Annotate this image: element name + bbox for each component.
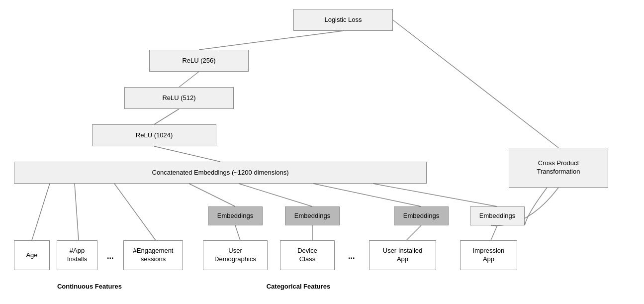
dots2: ... bbox=[348, 252, 355, 261]
svg-line-7 bbox=[114, 184, 156, 240]
impression-app-node: ImpressionApp bbox=[460, 240, 517, 270]
relu256-label: ReLU (256) bbox=[182, 57, 215, 65]
dots1: ... bbox=[107, 252, 113, 261]
continuous-features-label: Continuous Features bbox=[30, 283, 149, 290]
svg-line-3 bbox=[154, 109, 179, 124]
cat-label-text: Categorical Features bbox=[267, 283, 331, 290]
svg-line-2 bbox=[179, 72, 199, 87]
app-installs-node: #AppInstalls bbox=[57, 240, 97, 270]
engagement-label: #Engagementsessions bbox=[133, 247, 174, 264]
logistic-loss-node: Logistic Loss bbox=[293, 9, 393, 31]
emb-user-demo-label: Embeddings bbox=[217, 212, 253, 220]
user-demographics-node: UserDemographics bbox=[203, 240, 268, 270]
svg-line-8 bbox=[189, 184, 235, 206]
user-installed-app-node: User InstalledApp bbox=[369, 240, 436, 270]
svg-line-4 bbox=[154, 146, 220, 162]
relu512-label: ReLU (512) bbox=[162, 94, 195, 102]
emb-device-node: Embeddings bbox=[285, 206, 340, 225]
concat-label: Concatenated Embeddings (~1200 dimension… bbox=[152, 169, 289, 177]
svg-line-14 bbox=[406, 225, 421, 240]
emb-user-demo-node: Embeddings bbox=[208, 206, 263, 225]
svg-line-9 bbox=[239, 184, 312, 206]
age-node: Age bbox=[14, 240, 50, 270]
user-installed-app-label: User InstalledApp bbox=[383, 247, 422, 264]
user-demographics-label: UserDemographics bbox=[214, 247, 256, 264]
device-class-label: DeviceClass bbox=[297, 247, 317, 264]
device-class-node: DeviceClass bbox=[280, 240, 335, 270]
svg-line-10 bbox=[313, 184, 421, 206]
cont-label-text: Continuous Features bbox=[57, 283, 122, 290]
impression-app-label: ImpressionApp bbox=[473, 247, 505, 264]
relu1024-label: ReLU (1024) bbox=[136, 131, 173, 140]
svg-line-5 bbox=[32, 184, 50, 240]
svg-line-6 bbox=[75, 184, 79, 240]
app-installs-label: #AppInstalls bbox=[67, 247, 87, 264]
cross-product-node: Cross ProductTransformation bbox=[509, 148, 608, 188]
svg-line-1 bbox=[393, 20, 558, 148]
categorical-features-label: Categorical Features bbox=[239, 283, 358, 290]
relu512-node: ReLU (512) bbox=[124, 87, 234, 109]
concat-embeddings-node: Concatenated Embeddings (~1200 dimension… bbox=[14, 162, 427, 184]
relu256-node: ReLU (256) bbox=[149, 50, 249, 72]
relu1024-node: ReLU (1024) bbox=[92, 124, 216, 146]
emb-impression-node: Embeddings bbox=[470, 206, 525, 225]
emb-device-label: Embeddings bbox=[294, 212, 330, 220]
emb-user-inst-node: Embeddings bbox=[394, 206, 449, 225]
svg-line-15 bbox=[491, 225, 497, 240]
emb-user-inst-label: Embeddings bbox=[403, 212, 439, 220]
svg-line-0 bbox=[199, 31, 343, 50]
engagement-node: #Engagementsessions bbox=[123, 240, 183, 270]
cross-product-label: Cross ProductTransformation bbox=[537, 159, 580, 176]
age-label: Age bbox=[26, 251, 37, 260]
svg-line-12 bbox=[235, 225, 240, 240]
emb-impression-label: Embeddings bbox=[479, 212, 515, 220]
diagram: Logistic Loss ReLU (256) ReLU (512) ReLU… bbox=[0, 0, 644, 304]
logistic-loss-label: Logistic Loss bbox=[324, 16, 362, 24]
svg-line-11 bbox=[373, 184, 497, 206]
